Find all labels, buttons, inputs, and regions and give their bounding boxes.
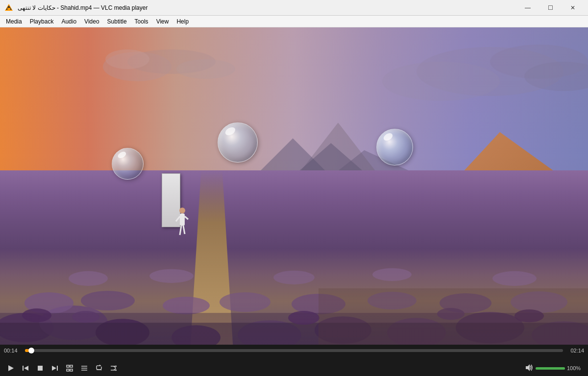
menu-audio[interactable]: Audio [57, 17, 80, 26]
svg-point-34 [372, 268, 412, 281]
svg-point-5 [176, 59, 235, 79]
svg-point-32 [149, 269, 194, 282]
svg-point-44 [179, 208, 185, 213]
skip-forward-button[interactable] [48, 362, 62, 374]
svg-point-26 [220, 292, 270, 312]
volume-section: 100% [525, 363, 584, 374]
time-current: 00:14 [4, 348, 21, 353]
buttons-row: 100% [4, 362, 584, 374]
video-area[interactable] [0, 27, 588, 345]
glass-sphere-left [112, 148, 144, 180]
svg-point-33 [273, 270, 315, 284]
controls-bar: 00:14 02:14 [0, 345, 588, 376]
svg-point-6 [105, 49, 149, 69]
skip-back-button[interactable] [19, 362, 32, 374]
svg-point-35 [492, 271, 537, 285]
svg-marker-65 [116, 369, 117, 371]
menu-tools[interactable]: Tools [131, 17, 152, 26]
person-figure [173, 206, 191, 240]
menu-subtitle[interactable]: Subtitle [103, 17, 131, 26]
loop-button[interactable] [92, 362, 106, 374]
svg-point-38 [22, 308, 51, 322]
svg-rect-56 [67, 365, 69, 367]
svg-line-46 [176, 216, 180, 221]
play-button[interactable] [4, 362, 18, 374]
menu-bar: Media Playback Audio Video Subtitle Tool… [0, 16, 588, 27]
svg-line-49 [183, 226, 185, 234]
maximize-button[interactable]: ☐ [539, 0, 562, 16]
volume-percent: 100% [567, 365, 584, 371]
title-controls: — ☐ ✕ [516, 0, 584, 16]
close-button[interactable]: ✕ [562, 0, 584, 16]
svg-marker-66 [526, 364, 530, 371]
svg-marker-50 [8, 365, 14, 371]
volume-bar-fill [536, 367, 565, 370]
svg-rect-53 [38, 366, 43, 371]
svg-point-31 [69, 271, 108, 285]
svg-rect-43 [318, 288, 588, 345]
vlc-icon [4, 3, 14, 13]
svg-marker-55 [52, 366, 56, 371]
title-text: حكايات لا تنتهى - Shahid.mp4 — VLC media… [18, 4, 147, 11]
svg-line-48 [180, 226, 181, 235]
volume-icon[interactable] [525, 363, 534, 374]
lavender-field [0, 170, 588, 345]
svg-point-24 [81, 291, 135, 310]
svg-rect-59 [70, 369, 73, 371]
seek-bar[interactable] [25, 349, 563, 352]
svg-point-9 [382, 62, 500, 101]
title-bar: حكايات لا تنتهى - Shahid.mp4 — VLC media… [0, 0, 588, 16]
seek-row: 00:14 02:14 [4, 348, 584, 353]
menu-help[interactable]: Help [172, 17, 193, 26]
menu-view[interactable]: View [152, 17, 173, 26]
title-left: حكايات لا تنتهى - Shahid.mp4 — VLC media… [4, 3, 147, 13]
random-button[interactable] [107, 362, 121, 374]
svg-rect-58 [67, 369, 69, 371]
svg-point-39 [72, 311, 99, 323]
clouds-left [98, 37, 245, 96]
svg-point-25 [163, 297, 210, 314]
fullscreen-button[interactable] [63, 362, 76, 374]
svg-marker-52 [24, 366, 28, 371]
svg-rect-2 [7, 8, 10, 10]
playlist-button[interactable] [77, 362, 91, 374]
volume-bar[interactable] [536, 367, 565, 370]
svg-point-40 [288, 311, 319, 325]
svg-rect-45 [180, 213, 185, 226]
seek-handle[interactable] [28, 348, 34, 353]
svg-rect-51 [23, 366, 24, 371]
clouds-right [343, 32, 588, 130]
minimize-button[interactable]: — [516, 0, 539, 16]
svg-line-47 [185, 216, 188, 219]
menu-playback[interactable]: Playback [26, 17, 58, 26]
menu-media[interactable]: Media [2, 17, 26, 26]
svg-rect-57 [70, 365, 73, 367]
glass-sphere-center-left [218, 122, 258, 163]
time-total: 02:14 [567, 348, 584, 353]
glass-sphere-right [376, 129, 413, 165]
menu-video[interactable]: Video [80, 17, 103, 26]
svg-marker-64 [116, 365, 117, 367]
svg-rect-54 [57, 366, 58, 371]
stop-button[interactable] [33, 362, 47, 374]
